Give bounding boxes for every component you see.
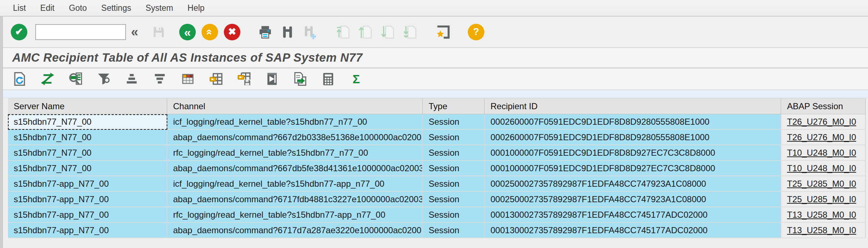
cell-server-name[interactable]: s15hdbn77-app_N77_00	[8, 223, 167, 238]
table-row[interactable]: s15hdbn77_N77_00 icf_logging/read_kernel…	[8, 114, 866, 130]
table-grid-icon	[180, 71, 196, 87]
choose-layout-button[interactable]	[207, 70, 225, 88]
abap-session-link[interactable]: T13_U258_M0_I0	[781, 223, 866, 238]
abap-session-link[interactable]: T10_U248_M0_I0	[781, 161, 866, 176]
page-last-icon	[402, 24, 418, 40]
cell-channel[interactable]: rfc_logging/read_kernel_table?s15hdbn77_…	[167, 145, 423, 161]
total-button[interactable]: Σ	[348, 70, 365, 88]
binoculars-icon	[280, 25, 295, 40]
set-filter-button[interactable]	[95, 70, 112, 88]
table-row[interactable]: s15hdbn77_N77_00 abap_daemons/command?66…	[8, 130, 866, 145]
cell-recipient-id[interactable]: 0002600007F0591EDC9D1EDF8D8D9280555808E1…	[485, 114, 781, 130]
menu-goto[interactable]: Goto	[69, 3, 87, 13]
menu-help[interactable]: Help	[187, 3, 204, 13]
abap-session-link[interactable]: T10_U248_M0_I0	[781, 145, 866, 161]
table-row[interactable]: s15hdbn77-app_N77_00 rfc_logging/read_ke…	[8, 207, 866, 223]
title-bar: AMC Recipient Table of All AS Instances …	[0, 48, 868, 68]
cell-channel[interactable]: icf_logging/read_kernel_table?s15hdbn77_…	[167, 114, 423, 130]
enter-button[interactable]: ✔	[11, 24, 27, 40]
cell-channel[interactable]: abap_daemons/command?6717d7a287ae3220e10…	[167, 223, 423, 238]
command-input[interactable]	[35, 24, 126, 40]
cell-channel[interactable]: abap_daemons/command?6717fdb4881c3227e10…	[167, 192, 423, 207]
collapse-command-icon[interactable]: «	[131, 25, 138, 40]
sort-ascending-icon	[124, 71, 140, 87]
screen-arrow-icon	[264, 71, 280, 87]
cell-type[interactable]: Session	[423, 176, 485, 192]
cell-server-name[interactable]: s15hdbn77_N77_00	[8, 145, 167, 161]
cell-recipient-id[interactable]: 0002600007F0591EDC9D1EDF8D8D9280555808E1…	[485, 130, 781, 145]
cell-recipient-id[interactable]: 0002500027357892987F1EDFA48CC747923A1C08…	[485, 176, 781, 192]
column-header-server-name[interactable]: Server Name	[8, 98, 167, 114]
sort-descending-button[interactable]	[151, 70, 168, 88]
cell-channel[interactable]: icf_logging/read_kernel_table?s15hdbn77-…	[167, 176, 423, 192]
cell-type[interactable]: Session	[423, 114, 485, 130]
table-row[interactable]: s15hdbn77_N77_00 abap_daemons/command?66…	[8, 161, 866, 176]
menu-list[interactable]: List	[13, 3, 26, 13]
table-row[interactable]: s15hdbn77_N77_00 rfc_logging/read_kernel…	[8, 145, 866, 161]
cell-server-name[interactable]: s15hdbn77_N77_00	[8, 130, 167, 145]
menu-settings[interactable]: Settings	[101, 3, 131, 13]
calculator-button[interactable]	[320, 70, 337, 88]
cell-channel[interactable]: abap_daemons/command?667db5fe38d41361e10…	[167, 161, 423, 176]
cell-server-name[interactable]: s15hdbn77-app_N77_00	[8, 207, 167, 223]
call-report-button[interactable]	[263, 70, 281, 88]
column-header-recipient-id[interactable]: Recipient ID	[485, 98, 781, 114]
cell-type[interactable]: Session	[423, 145, 485, 161]
export-button[interactable]	[291, 70, 309, 88]
new-session-button[interactable]	[435, 24, 451, 40]
page-down-icon	[380, 24, 395, 40]
sort-ascending-button[interactable]	[123, 70, 140, 88]
views-button[interactable]	[179, 70, 196, 88]
save-layout-button[interactable]	[235, 70, 253, 88]
refresh-button[interactable]	[11, 70, 28, 88]
show-details-button[interactable]	[67, 70, 84, 88]
cell-server-name[interactable]: s15hdbn77-app_N77_00	[8, 176, 167, 192]
save-button	[150, 24, 167, 40]
column-header-abap-session[interactable]: ABAP Session	[781, 98, 866, 114]
system-toolbar: ✔ « « « ✖	[0, 17, 868, 48]
cell-channel[interactable]: rfc_logging/read_kernel_table?s15hdbn77-…	[167, 207, 423, 223]
menu-edit[interactable]: Edit	[40, 3, 55, 13]
cell-server-name[interactable]: s15hdbn77_N77_00	[8, 114, 167, 130]
cell-recipient-id[interactable]: 0001000007F0591EDC9D1EDF8D8D927EC7C3C8D8…	[485, 145, 781, 161]
last-page-button	[402, 24, 418, 40]
column-header-type[interactable]: Type	[423, 98, 485, 114]
menu-system[interactable]: System	[145, 3, 173, 13]
cell-type[interactable]: Session	[423, 161, 485, 176]
find-next-button	[302, 24, 318, 40]
cancel-button[interactable]: ✖	[224, 24, 240, 40]
cell-recipient-id[interactable]: 0001000007F0591EDC9D1EDF8D8D927EC7C3C8D8…	[485, 161, 781, 176]
cell-channel[interactable]: abap_daemons/command?667d2b0338e51368e10…	[167, 130, 423, 145]
cell-type[interactable]: Session	[423, 207, 485, 223]
cell-type[interactable]: Session	[423, 192, 485, 207]
magnifier-list-icon	[68, 71, 83, 87]
table-row[interactable]: s15hdbn77-app_N77_00 abap_daemons/comman…	[8, 223, 866, 238]
cell-recipient-id[interactable]: 0001300027357892987F1EDFA48CC745177ADC02…	[485, 207, 781, 223]
refresh-document-icon	[12, 71, 27, 87]
cell-type[interactable]: Session	[423, 130, 485, 145]
table-row[interactable]: s15hdbn77-app_N77_00 abap_daemons/comman…	[8, 192, 866, 207]
page-first-icon	[335, 24, 351, 40]
abap-session-link[interactable]: T13_U258_M0_I0	[781, 207, 866, 223]
column-header-channel[interactable]: Channel	[167, 98, 423, 114]
table-row[interactable]: s15hdbn77-app_N77_00 icf_logging/read_ke…	[8, 176, 866, 192]
refresh-display-button[interactable]	[39, 70, 56, 88]
choose-layout-icon	[208, 71, 224, 87]
print-button[interactable]	[257, 24, 273, 40]
help-button[interactable]: ?	[468, 24, 484, 40]
abap-session-link[interactable]: T26_U276_M0_I0	[781, 114, 866, 130]
cell-recipient-id[interactable]: 0002500027357892987F1EDFA48CC747923A1C08…	[485, 192, 781, 207]
page-title: AMC Recipient Table of All AS Instances …	[12, 51, 363, 65]
back-button[interactable]: «	[179, 24, 196, 40]
find-button[interactable]	[279, 24, 296, 40]
cell-server-name[interactable]: s15hdbn77_N77_00	[8, 161, 167, 176]
exit-button[interactable]: «	[202, 24, 218, 40]
exit-icon: «	[204, 29, 215, 35]
abap-session-link[interactable]: T25_U285_M0_I0	[781, 192, 866, 207]
cell-server-name[interactable]: s15hdbn77-app_N77_00	[8, 192, 167, 207]
window-star-icon	[435, 24, 451, 40]
abap-session-link[interactable]: T26_U276_M0_I0	[781, 130, 866, 145]
cell-type[interactable]: Session	[423, 223, 485, 238]
abap-session-link[interactable]: T25_U285_M0_I0	[781, 176, 866, 192]
cell-recipient-id[interactable]: 0001300027357892987F1EDFA48CC745177ADC02…	[485, 223, 781, 238]
